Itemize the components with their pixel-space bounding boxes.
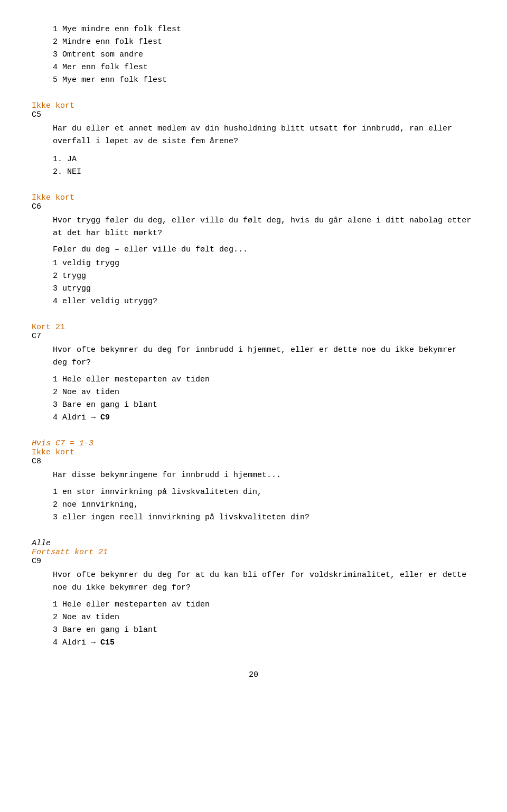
c6-answer-3: 3 utrygg [53, 283, 475, 295]
c8-answers: 1 en stor innvirkning på livskvaliteten … [53, 486, 475, 524]
c7-ref: C9 [100, 413, 110, 422]
c7-answer-4-text: 4 Aldri [53, 413, 86, 422]
c7-answer-4: 4 Aldri → C9 [53, 412, 475, 424]
c8-header: Hvis C7 = 1-3 Ikke kort C8 [32, 439, 475, 466]
c9-answer-4-text: 4 Aldri [53, 638, 86, 647]
list-item: 5 Mye mer enn folk flest [53, 74, 475, 87]
c9-code: C9 [32, 557, 41, 566]
c6-code: C6 [32, 202, 41, 211]
c8-section: Hvis C7 = 1-3 Ikke kort C8 Har disse bek… [32, 439, 475, 524]
c5-code: C5 [32, 110, 41, 119]
c7-answer-3: 3 Bare en gang i blant [53, 399, 475, 412]
c6-question: Hvor trygg føler du deg, eller ville du … [53, 214, 475, 240]
c5-answers: 1. Ja 2. Nei [53, 153, 475, 179]
c7-answers: 1 Hele eller mesteparten av tiden 2 Noe … [53, 374, 475, 424]
c8-answer-2: 2 noe innvirkning, [53, 499, 475, 511]
intro-list: 1 Mye mindre enn folk flest 2 Mindre enn… [53, 23, 475, 87]
c9-alle-label: Alle [32, 539, 51, 548]
c8-code: C8 [32, 457, 41, 466]
c5-header: Ikke kort C5 [32, 101, 475, 119]
c9-fortsatt-label: Fortsatt kort 21 [32, 548, 108, 557]
c9-header: Alle Fortsatt kort 21 C9 [32, 539, 475, 566]
c8-ikke-kort-label: Ikke kort [32, 448, 74, 457]
c7-answer-2: 2 Noe av tiden [53, 386, 475, 399]
ikke-kort-label: Ikke kort [32, 101, 74, 110]
list-item: 4 Mer enn folk flest [53, 61, 475, 74]
c6-answer-1: 1 veldig trygg [53, 257, 475, 270]
c6-answers: 1 veldig trygg 2 trygg 3 utrygg 4 eller … [53, 257, 475, 308]
c7-code: C7 [32, 332, 41, 341]
c9-arrow: → [91, 638, 96, 647]
answer-text-ja: Ja [67, 155, 77, 164]
page-number: 20 [32, 670, 475, 679]
c6-sub-question: Føler du deg – eller ville du følt deg..… [53, 245, 475, 254]
c8-answer-3: 3 eller ingen reell innvirkning på livsk… [53, 511, 475, 524]
c5-section: Ikke kort C5 Har du eller et annet medle… [32, 101, 475, 179]
c9-answer-3: 3 Bare en gang i blant [53, 624, 475, 637]
c8-answer-1: 1 en stor innvirkning på livskvaliteten … [53, 486, 475, 499]
c6-section: Ikke kort C6 Hvor trygg føler du deg, el… [32, 193, 475, 308]
c7-question: Hvor ofte bekymrer du deg for innbrudd i… [53, 344, 475, 369]
c8-question: Har disse bekymringene for innbrudd i hj… [53, 469, 475, 482]
c5-question: Har du eller et annet medlem av din hush… [53, 123, 475, 148]
list-item: 1 Mye mindre enn folk flest [53, 23, 475, 36]
c7-section: Kort 21 C7 Hvor ofte bekymrer du deg for… [32, 323, 475, 424]
c6-header: Ikke kort C6 [32, 193, 475, 211]
c8-hvis-label: Hvis C7 = 1-3 [32, 439, 93, 448]
c9-answer-4: 4 Aldri → C15 [53, 637, 475, 649]
c9-answer-1: 1 Hele eller mesteparten av tiden [53, 599, 475, 611]
c6-ikke-kort-label: Ikke kort [32, 193, 74, 202]
page-content: 1 Mye mindre enn folk flest 2 Mindre enn… [32, 23, 475, 679]
c6-answer-4: 4 eller veldig utrygg? [53, 295, 475, 308]
c5-answer-ja: 1. Ja [53, 153, 475, 166]
c7-arrow: → [91, 413, 96, 422]
answer-text-nei: Nei [67, 167, 81, 176]
intro-section: 1 Mye mindre enn folk flest 2 Mindre enn… [32, 23, 475, 87]
list-item: 3 Omtrent som andre [53, 49, 475, 61]
answer-num: 1. [53, 155, 67, 164]
c7-kort-label: Kort 21 [32, 323, 65, 332]
c9-answer-2: 2 Noe av tiden [53, 611, 475, 624]
c9-ref: C15 [100, 638, 115, 647]
c9-section: Alle Fortsatt kort 21 C9 Hvor ofte bekym… [32, 539, 475, 649]
c6-answer-2: 2 trygg [53, 270, 475, 283]
c7-header: Kort 21 C7 [32, 323, 475, 341]
c9-answers: 1 Hele eller mesteparten av tiden 2 Noe … [53, 599, 475, 649]
answer-num: 2. [53, 167, 67, 176]
c7-answer-1: 1 Hele eller mesteparten av tiden [53, 374, 475, 386]
list-item: 2 Mindre enn folk flest [53, 36, 475, 49]
c5-answer-nei: 2. Nei [53, 166, 475, 179]
c9-question: Hvor ofte bekymrer du deg for at du kan … [53, 569, 475, 594]
